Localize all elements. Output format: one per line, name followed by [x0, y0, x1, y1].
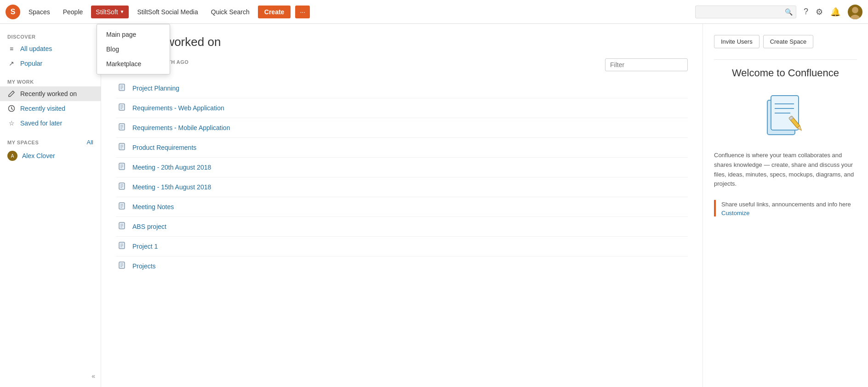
- sidebar-saved-label: Saved for later: [20, 120, 62, 127]
- document-icon: [118, 123, 126, 133]
- document-icon: [118, 142, 126, 153]
- filter-input[interactable]: [605, 58, 688, 71]
- right-panel-buttons: Invite Users Create Space: [714, 35, 857, 48]
- star-icon: ☆: [7, 119, 16, 127]
- document-icon: [118, 182, 126, 192]
- work-list-item[interactable]: Meeting Notes: [116, 197, 688, 217]
- sidebar: DISCOVER ≡ All updates ↗ Popular MY WORK…: [0, 24, 101, 387]
- sidebar-all-updates-label: All updates: [20, 45, 52, 52]
- avatar[interactable]: [848, 5, 862, 19]
- main-body: DISCOVER ≡ All updates ↗ Popular MY WORK…: [0, 24, 868, 387]
- help-icon[interactable]: ?: [804, 7, 808, 17]
- sidebar-recently-visited-label: Recently visited: [20, 105, 65, 112]
- discover-section-title: DISCOVER: [0, 31, 101, 41]
- document-icon: [118, 261, 126, 271]
- notifications-icon[interactable]: 🔔: [830, 7, 840, 17]
- work-item-link[interactable]: Meeting Notes: [132, 203, 174, 211]
- stilsoft-label: StiltSoft: [96, 8, 118, 16]
- document-icon: [118, 222, 126, 232]
- work-list-item[interactable]: Requirements - Mobile Application: [116, 118, 688, 138]
- svg-point-3: [850, 15, 861, 19]
- work-item-link[interactable]: Requirements - Mobile Application: [132, 124, 230, 131]
- divider: [714, 59, 857, 60]
- sidebar-popular-label: Popular: [20, 60, 42, 67]
- logo[interactable]: S: [6, 5, 20, 19]
- document-icon: [118, 83, 126, 93]
- dropdown-blog[interactable]: Blog: [97, 42, 170, 57]
- page-title: Recently worked on: [116, 35, 688, 49]
- alex-clover-label: Alex Clover: [22, 152, 55, 159]
- sidebar-recently-worked-label: Recently worked on: [20, 90, 77, 97]
- settings-icon[interactable]: ⚙: [816, 7, 823, 17]
- work-list-item[interactable]: Project Planning: [116, 79, 688, 98]
- search-input[interactable]: [695, 6, 796, 18]
- document-icon: [118, 202, 126, 212]
- work-item-link[interactable]: Project Planning: [132, 85, 179, 92]
- sidebar-item-alex-clover[interactable]: A Alex Clover: [0, 148, 101, 164]
- work-list: Project Planning Requirements - Web Appl…: [116, 79, 688, 276]
- svg-point-2: [852, 7, 858, 13]
- header: S Spaces People StiltSoft ▼ StiltSoft So…: [0, 0, 868, 24]
- right-panel: Invite Users Create Space Welcome to Con…: [702, 24, 868, 387]
- work-item-link[interactable]: ABS project: [132, 223, 166, 230]
- spaces-all-link[interactable]: All: [87, 139, 93, 146]
- work-list-item[interactable]: Projects: [116, 256, 688, 276]
- work-list-item[interactable]: Requirements - Web Application: [116, 98, 688, 118]
- share-text: Share useful links, announcements and in…: [721, 200, 857, 209]
- work-item-link[interactable]: Projects: [132, 262, 156, 270]
- document-icon: [118, 162, 126, 172]
- welcome-illustration: [758, 86, 813, 142]
- work-item-link[interactable]: Product Requirements: [132, 144, 196, 151]
- welcome-desc: Confluence is where your team collaborat…: [714, 151, 857, 189]
- more-button[interactable]: ···: [295, 6, 310, 18]
- my-spaces-title: MY SPACES: [7, 140, 39, 145]
- sidebar-item-popular[interactable]: ↗ Popular: [0, 56, 101, 71]
- welcome-title: Welcome to Confluence: [714, 67, 857, 79]
- work-item-link[interactable]: Project 1: [132, 243, 158, 250]
- my-work-section-title: MY WORK: [0, 76, 101, 86]
- create-button[interactable]: Create: [258, 6, 291, 18]
- create-space-button[interactable]: Create Space: [763, 35, 814, 48]
- filter-row: MORE THAN A MONTH AGO: [116, 58, 688, 71]
- work-item-link[interactable]: Requirements - Web Application: [132, 104, 224, 112]
- nav-stilsoft-social[interactable]: StiltSoft Social Media: [132, 6, 202, 18]
- dropdown-main-page[interactable]: Main page: [97, 27, 170, 42]
- chevron-down-icon: ▼: [120, 9, 125, 14]
- search-icon: 🔍: [785, 8, 793, 16]
- dropdown-marketplace[interactable]: Marketplace: [97, 57, 170, 71]
- work-item-link[interactable]: Meeting - 20th August 2018: [132, 164, 211, 171]
- stilsoft-dropdown: Main page Blog Marketplace: [97, 24, 170, 74]
- document-icon: [118, 241, 126, 251]
- sidebar-item-saved-for-later[interactable]: ☆ Saved for later: [0, 116, 101, 131]
- nav-stilsoft[interactable]: StiltSoft ▼: [91, 6, 129, 18]
- invite-users-button[interactable]: Invite Users: [714, 35, 760, 48]
- alex-clover-avatar: A: [7, 151, 17, 161]
- nav-spaces[interactable]: Spaces: [24, 6, 55, 18]
- work-item-link[interactable]: Meeting - 15th August 2018: [132, 183, 211, 191]
- header-icons: ? ⚙ 🔔: [804, 5, 862, 19]
- nav-people[interactable]: People: [58, 6, 88, 18]
- work-list-item[interactable]: Project 1: [116, 237, 688, 256]
- sidebar-item-all-updates[interactable]: ≡ All updates: [0, 41, 101, 56]
- search-box: 🔍: [695, 6, 796, 18]
- edit-icon: [7, 90, 16, 98]
- nav-quick-search[interactable]: Quick Search: [206, 6, 254, 18]
- work-list-item[interactable]: Meeting - 20th August 2018: [116, 158, 688, 177]
- clock-icon: [7, 104, 16, 113]
- sidebar-item-recently-visited[interactable]: Recently visited: [0, 101, 101, 116]
- document-icon: [118, 103, 126, 113]
- sidebar-collapse-button[interactable]: «: [91, 372, 95, 380]
- welcome-section: Welcome to Confluence Co: [714, 67, 857, 189]
- my-spaces-header: MY SPACES All: [0, 136, 101, 148]
- share-block: Share useful links, announcements and in…: [714, 200, 857, 216]
- work-list-item[interactable]: Product Requirements: [116, 138, 688, 158]
- svg-text:S: S: [11, 8, 16, 16]
- work-list-item[interactable]: ABS project: [116, 217, 688, 237]
- work-list-item[interactable]: Meeting - 15th August 2018: [116, 177, 688, 197]
- customize-link[interactable]: Customize: [721, 210, 749, 216]
- trending-icon: ↗: [7, 59, 16, 68]
- list-icon: ≡: [7, 45, 16, 53]
- sidebar-item-recently-worked-on[interactable]: Recently worked on: [0, 86, 101, 101]
- main-content: Recently worked on MORE THAN A MONTH AGO…: [101, 24, 702, 387]
